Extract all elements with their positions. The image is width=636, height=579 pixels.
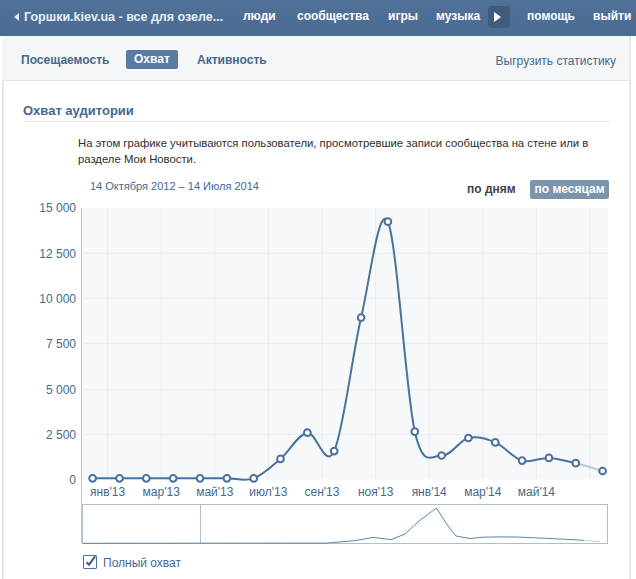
svg-text:12 500: 12 500	[39, 247, 76, 261]
svg-text:ноя'13: ноя'13	[358, 485, 394, 499]
svg-text:5 000: 5 000	[46, 383, 76, 397]
svg-text:2 500: 2 500	[46, 428, 76, 442]
svg-text:сен'13: сен'13	[305, 485, 340, 499]
svg-text:май'14: май'14	[518, 485, 556, 499]
svg-text:мар'13: мар'13	[143, 485, 181, 499]
svg-text:июл'13: июл'13	[249, 485, 287, 499]
svg-text:мар'14: мар'14	[464, 485, 502, 499]
svg-text:май'13: май'13	[196, 485, 234, 499]
svg-text:15 000: 15 000	[39, 201, 76, 215]
svg-text:янв'13: янв'13	[90, 485, 125, 499]
svg-text:7 500: 7 500	[46, 337, 76, 351]
svg-text:0: 0	[69, 473, 76, 487]
svg-text:янв'14: янв'14	[412, 485, 447, 499]
svg-text:10 000: 10 000	[39, 292, 76, 306]
